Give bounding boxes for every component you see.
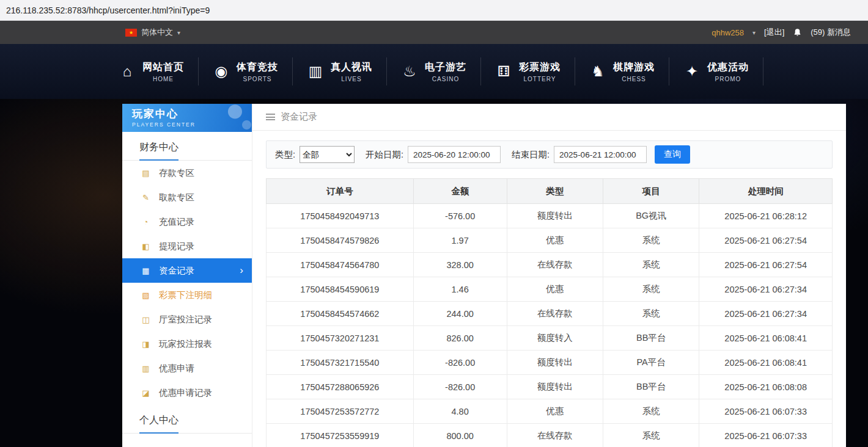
cell-amount: 4.80 bbox=[413, 399, 507, 424]
cell-type: 额度转出 bbox=[507, 375, 603, 399]
sidebar-item-label: 提现记录 bbox=[159, 241, 194, 252]
nav-item[interactable]: ♞ 棋牌游戏 CHESS bbox=[575, 57, 669, 85]
logout-button[interactable]: [退出] bbox=[764, 27, 784, 38]
cell-project: 系统 bbox=[603, 399, 699, 424]
sidebar-item[interactable]: ▥ 优惠申请 › bbox=[122, 356, 252, 380]
cell-project: BB平台 bbox=[603, 326, 699, 351]
table-row: 1750457253572772 4.80 优惠 系统 2025-06-21 0… bbox=[267, 399, 833, 424]
nav-item-subtitle: LOTTERY bbox=[524, 76, 556, 82]
chevron-down-icon: ▾ bbox=[177, 29, 180, 36]
gift-icon: ✦ bbox=[683, 64, 701, 79]
new-messages-link[interactable]: (59) 新消息 bbox=[811, 27, 851, 38]
cell-amount: 1.97 bbox=[413, 228, 507, 253]
table-row: 1750458474579826 1.97 优惠 系统 2025-06-21 0… bbox=[267, 228, 833, 253]
cell-project: 系统 bbox=[603, 228, 699, 253]
table-row: 1750458454590619 1.46 优惠 系统 2025-06-21 0… bbox=[267, 277, 833, 302]
table-row: 1750457321715540 -826.00 额度转出 PA平台 2025-… bbox=[267, 351, 833, 375]
sidebar-item[interactable]: ◧ 提现记录 › bbox=[122, 234, 252, 258]
lottery-bets-icon: ▧ bbox=[141, 291, 151, 300]
sidebar: 玩家中心 PLAYERS CENTER 财务中心 ▤ 存款专区 › ✎ 取款专区… bbox=[122, 104, 252, 447]
china-flag-icon: ★ bbox=[125, 29, 137, 37]
promo-record-icon: ◪ bbox=[141, 388, 151, 398]
end-date-label: 结束日期: bbox=[512, 149, 550, 161]
table-row: 1750458454574662 244.00 在线存款 系统 2025-06-… bbox=[267, 302, 833, 326]
cell-type: 额度转出 bbox=[507, 351, 603, 375]
content-area: 玩家中心 PLAYERS CENTER 财务中心 ▤ 存款专区 › ✎ 取款专区… bbox=[122, 104, 846, 447]
sidebar-subtitle: PLAYERS CENTER bbox=[132, 122, 242, 128]
cell-order-number: 1750457320271231 bbox=[267, 326, 414, 351]
sidebar-item-label: 彩票下注明细 bbox=[159, 289, 212, 301]
url-bar[interactable]: 216.118.235.52:8783/hhcp/usercenter.html… bbox=[0, 0, 868, 21]
sidebar-item-label: 取款专区 bbox=[159, 192, 194, 203]
cell-amount: 244.00 bbox=[413, 302, 507, 326]
menu-toggle-icon[interactable] bbox=[266, 114, 275, 120]
table-header-cell: 类型 bbox=[507, 179, 603, 204]
cell-amount: 1.46 bbox=[413, 277, 507, 302]
sidebar-item-label: 资金记录 bbox=[159, 265, 194, 277]
sidebar-item-label: 优惠申请 bbox=[159, 363, 194, 374]
cell-order-number: 1750457253559919 bbox=[267, 424, 414, 447]
chevron-down-icon[interactable]: ▾ bbox=[752, 29, 756, 36]
page-url: 216.118.235.52:8783/hhcp/usercenter.html… bbox=[6, 5, 210, 15]
cell-order-number: 1750458454590619 bbox=[267, 277, 414, 302]
funds-record-icon: ▦ bbox=[141, 266, 151, 275]
table-body: 1750458492049713 -576.00 额度转出 BG视讯 2025-… bbox=[267, 204, 833, 447]
sidebar-item[interactable]: ◔ 充值记录 › bbox=[122, 209, 252, 234]
deposit-zone-icon: ▤ bbox=[141, 169, 151, 178]
nav-item-title: 体育竞技 bbox=[237, 61, 278, 74]
nav-item-title: 棋牌游戏 bbox=[613, 61, 655, 74]
nav-item-subtitle: HOME bbox=[153, 76, 174, 82]
type-select[interactable]: 全部 bbox=[300, 146, 355, 163]
sidebar-menu: ▤ 存款专区 › ✎ 取款专区 › ◔ 充值记录 › ◧ bbox=[122, 161, 252, 405]
sidebar-item-label: 存款专区 bbox=[159, 167, 194, 179]
nav-item[interactable]: ▥ 真人视讯 LIVES bbox=[293, 57, 387, 85]
cell-type: 在线存款 bbox=[507, 253, 603, 277]
nav-item-title: 电子游艺 bbox=[425, 61, 466, 74]
language-selector[interactable]: ★ 简体中文 ▾ bbox=[125, 27, 180, 38]
cell-order-number: 1750458474579826 bbox=[267, 228, 414, 253]
cell-project: 系统 bbox=[603, 253, 699, 277]
cell-type: 在线存款 bbox=[507, 302, 603, 326]
hall-bets-icon: ◫ bbox=[141, 315, 151, 324]
start-date-label: 开始日期: bbox=[366, 149, 403, 161]
casino-icon: ♨ bbox=[401, 64, 418, 79]
nav-item-subtitle: PROMO bbox=[715, 76, 741, 82]
cell-order-number: 1750457321715540 bbox=[267, 351, 414, 375]
type-label: 类型: bbox=[275, 149, 295, 161]
search-button[interactable]: 查询 bbox=[655, 145, 690, 164]
nav-item[interactable]: ✦ 优惠活动 PROMO bbox=[669, 57, 763, 85]
bell-icon[interactable] bbox=[793, 28, 802, 37]
cell-project: PA平台 bbox=[603, 351, 699, 375]
end-date-input[interactable] bbox=[554, 146, 647, 163]
table-row: 1750458474564780 328.00 在线存款 系统 2025-06-… bbox=[267, 253, 833, 277]
page-title: 资金记录 bbox=[281, 111, 317, 123]
cell-process-time: 2025-06-21 06:07:33 bbox=[699, 424, 833, 447]
section-finance-center: 财务中心 bbox=[122, 132, 252, 161]
lottery-icon: ⚅ bbox=[495, 64, 512, 79]
sidebar-item[interactable]: ▦ 资金记录 › bbox=[122, 258, 252, 283]
nav-item[interactable]: ⚅ 彩票游戏 LOTTERY bbox=[481, 57, 575, 85]
start-date-input[interactable] bbox=[408, 146, 501, 163]
sidebar-item[interactable]: ◪ 优惠申请记录 › bbox=[122, 380, 252, 405]
cell-process-time: 2025-06-21 06:27:34 bbox=[699, 277, 833, 302]
nav-item[interactable]: ⌂ 网站首页 HOME bbox=[105, 57, 199, 85]
cell-process-time: 2025-06-21 06:27:54 bbox=[699, 253, 833, 277]
cell-process-time: 2025-06-21 06:27:34 bbox=[699, 302, 833, 326]
sidebar-item[interactable]: ✎ 取款专区 › bbox=[122, 185, 252, 209]
sidebar-item[interactable]: ▤ 存款专区 › bbox=[122, 161, 252, 185]
nav-item[interactable]: ♨ 电子游艺 CASINO bbox=[387, 57, 481, 85]
sports-icon: ◉ bbox=[213, 64, 230, 79]
sidebar-item-label: 厅室投注记录 bbox=[159, 314, 212, 325]
table-header-cell: 处理时间 bbox=[699, 179, 833, 204]
sidebar-item[interactable]: ◫ 厅室投注记录 › bbox=[122, 307, 252, 332]
nav-item-title: 优惠活动 bbox=[707, 61, 749, 74]
sidebar-title: 玩家中心 bbox=[132, 107, 242, 121]
nav-item[interactable]: ◉ 体育竞技 SPORTS bbox=[199, 57, 293, 85]
sidebar-item[interactable]: ◨ 玩家投注报表 › bbox=[122, 332, 252, 356]
sidebar-item-label: 充值记录 bbox=[159, 216, 194, 228]
sidebar-item[interactable]: ▧ 彩票下注明细 › bbox=[122, 283, 252, 307]
cell-type: 在线存款 bbox=[507, 424, 603, 447]
username[interactable]: qhhw258 bbox=[712, 28, 744, 37]
table-header-cell: 订单号 bbox=[267, 179, 414, 204]
cell-project: 系统 bbox=[603, 277, 699, 302]
